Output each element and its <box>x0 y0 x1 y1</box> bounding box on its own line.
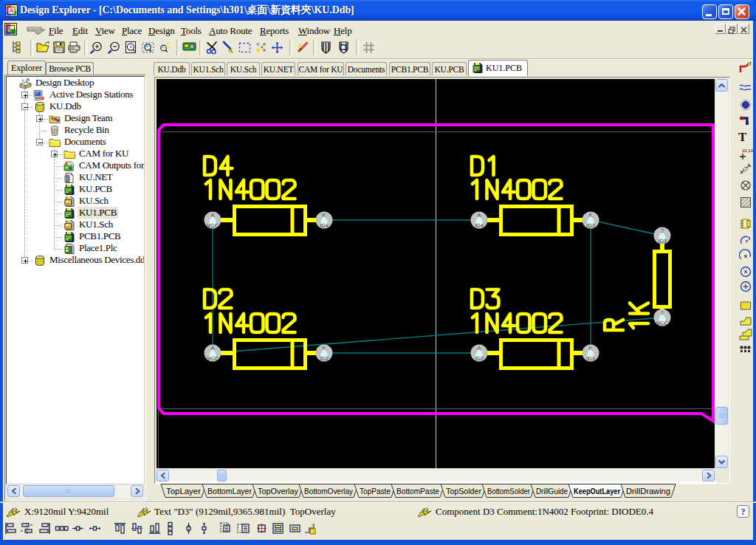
svg-text:BottomPaste: BottomPaste <box>396 487 439 496</box>
svg-text:/D3: /D3 <box>586 222 595 229</box>
svg-text:K: K <box>322 345 326 352</box>
svg-text:1: 1 <box>661 309 664 316</box>
svg-text:TopOverlay: TopOverlay <box>258 487 298 496</box>
svg-text:VCC: VCC <box>207 355 219 362</box>
svg-text:A: A <box>210 212 214 219</box>
svg-text:TopLayer: TopLayer <box>166 487 201 496</box>
svg-text:/D3: /D3 <box>586 355 595 362</box>
svg-text:/D4: /D4 <box>320 222 329 229</box>
svg-text:TopPaste: TopPaste <box>360 487 391 496</box>
svg-text:BottomOverlay: BottomOverlay <box>304 487 353 496</box>
svg-text:/D4: /D4 <box>475 222 484 229</box>
svg-text:KeepOutLayer: KeepOutLayer <box>574 487 621 496</box>
svg-text:K: K <box>588 345 592 352</box>
svg-text:/D2: /D2 <box>475 355 484 362</box>
svg-text:DrillDrawing: DrillDrawing <box>626 487 670 496</box>
svg-text:TopSolder: TopSolder <box>446 487 481 496</box>
svg-text:A: A <box>477 212 481 219</box>
svg-text:A: A <box>210 345 214 352</box>
svg-text:/D3: /D3 <box>658 238 667 244</box>
svg-text:/D2: /D2 <box>320 355 329 362</box>
svg-text:VCC: VCC <box>656 320 668 326</box>
svg-text:DrillGuide: DrillGuide <box>536 487 568 496</box>
svg-text:2: 2 <box>661 227 664 234</box>
svg-text:BottomSolder: BottomSolder <box>487 487 530 496</box>
svg-text:K: K <box>588 212 592 219</box>
svg-text:A: A <box>477 345 481 352</box>
svg-text:K: K <box>322 212 326 219</box>
svg-text:VCC: VCC <box>207 222 219 229</box>
svg-text:BottomLayer: BottomLayer <box>207 487 252 496</box>
